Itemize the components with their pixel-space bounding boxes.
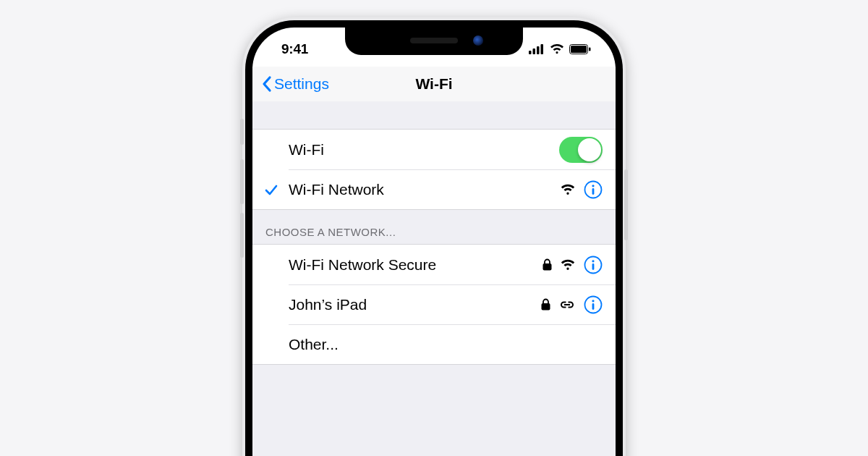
svg-rect-1 — [533, 48, 536, 54]
speaker-grille — [410, 38, 458, 43]
lock-icon — [541, 298, 550, 311]
svg-rect-6 — [589, 48, 591, 51]
svg-rect-17 — [592, 303, 595, 310]
connected-network-row[interactable]: Wi-Fi Network — [252, 169, 616, 209]
other-label: Other... — [289, 336, 603, 353]
status-time: 9:41 — [281, 41, 308, 57]
svg-point-12 — [592, 260, 594, 262]
wifi-toggle-label: Wi-Fi — [289, 141, 559, 159]
network-name: John’s iPad — [289, 296, 541, 313]
svg-point-8 — [592, 185, 594, 187]
svg-rect-13 — [592, 263, 595, 270]
svg-rect-2 — [537, 46, 540, 54]
other-network-row[interactable]: Other... — [252, 324, 616, 364]
iphone-frame: 9:41 — [242, 17, 626, 456]
svg-rect-9 — [592, 188, 595, 195]
info-button[interactable] — [584, 180, 603, 199]
wifi-toggle-row[interactable]: Wi-Fi — [252, 130, 616, 169]
chevron-left-icon — [261, 75, 273, 93]
choose-network-header: CHOOSE A NETWORK... — [252, 210, 616, 244]
info-button[interactable] — [584, 295, 603, 314]
svg-rect-3 — [541, 44, 544, 54]
svg-rect-5 — [571, 46, 587, 53]
network-row-hotspot[interactable]: John’s iPad — [252, 284, 616, 324]
settings-table: Wi-Fi Wi-Fi Network — [252, 101, 616, 456]
available-networks-group: Wi-Fi Network Secure — [252, 244, 616, 365]
wifi-signal-icon — [561, 259, 575, 271]
svg-rect-14 — [542, 303, 550, 311]
side-button — [624, 169, 628, 240]
cellular-signal-icon — [529, 44, 545, 54]
back-button[interactable]: Settings — [252, 75, 329, 93]
svg-point-16 — [592, 300, 594, 302]
wifi-signal-icon — [561, 184, 575, 195]
svg-rect-10 — [543, 263, 552, 271]
back-label: Settings — [274, 75, 329, 93]
mute-switch — [240, 119, 244, 145]
personal-hotspot-icon — [559, 300, 575, 310]
network-name: Wi-Fi Network Secure — [289, 256, 542, 274]
volume-down-button — [240, 213, 244, 258]
navigation-bar: Settings Wi-Fi — [252, 67, 616, 102]
battery-icon — [569, 44, 591, 54]
svg-rect-0 — [529, 51, 532, 54]
wifi-toggle-group: Wi-Fi Wi-Fi Network — [252, 129, 616, 210]
volume-up-button — [240, 159, 244, 204]
connected-network-name: Wi-Fi Network — [289, 181, 561, 198]
wifi-toggle[interactable] — [559, 137, 603, 163]
info-button[interactable] — [584, 256, 603, 274]
lock-icon — [542, 258, 552, 271]
front-camera — [473, 35, 483, 46]
checkmark-icon — [264, 182, 278, 197]
notch — [345, 28, 523, 55]
network-row-secure[interactable]: Wi-Fi Network Secure — [252, 245, 616, 284]
wifi-status-icon — [550, 44, 564, 54]
